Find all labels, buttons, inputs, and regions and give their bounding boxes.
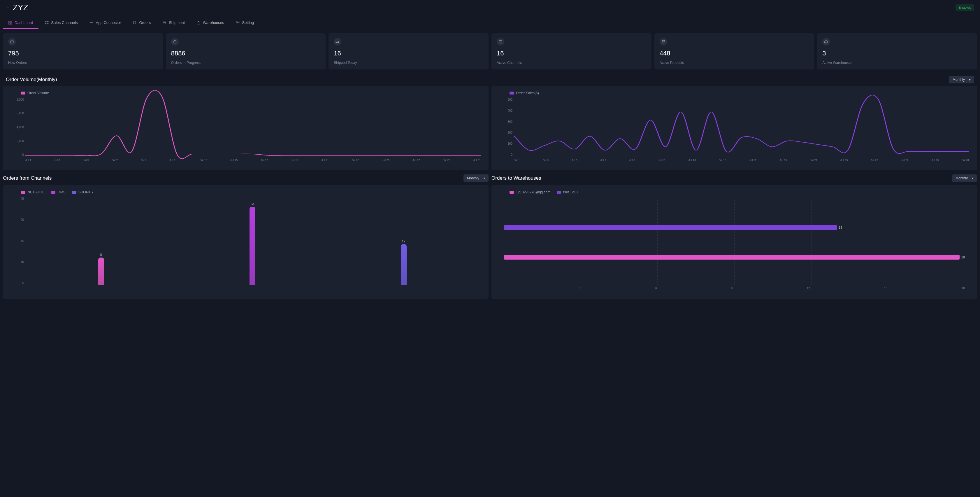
legend-order-sales: Order Sales($): [509, 91, 539, 95]
legend-item: SHOPIFY: [72, 190, 94, 194]
metric-label: Active Warehouses: [822, 61, 972, 65]
metric-label: Orders In Progress: [171, 61, 321, 65]
metric-label: Active Channels: [497, 61, 646, 65]
svg-point-9: [91, 22, 92, 23]
y-axis: 252015105: [10, 197, 24, 285]
channels-dropdown[interactable]: Monthly ▾: [463, 174, 488, 182]
legend-swatch: [557, 191, 561, 194]
svg-rect-2: [9, 23, 10, 24]
metric-orders-in-progress: 8886 Orders In Progress: [166, 33, 326, 69]
metric-active-products: 448 Active Products: [654, 33, 815, 69]
chevron-down-icon: ▾: [483, 176, 485, 180]
tab-setting[interactable]: Setting: [231, 17, 259, 29]
legend-item: NETSUITE: [21, 190, 45, 194]
warehouses-dropdown[interactable]: Monthly ▾: [952, 174, 977, 182]
enabled-badge: Enabled: [956, 4, 974, 11]
metric-new-orders: 795 New Orders: [3, 33, 163, 69]
svg-rect-15: [174, 41, 176, 43]
metric-label: Shipped Today: [334, 61, 483, 65]
legend-swatch: [51, 191, 56, 194]
tab-dashboard[interactable]: Dashboard: [3, 17, 38, 29]
warehouses-chart: 1213295770@qq.comtset 1213 1318 03691215…: [492, 185, 977, 299]
metric-value: 16: [334, 49, 483, 57]
tab-app-connector[interactable]: App Connector: [84, 17, 127, 29]
house-icon: [822, 38, 830, 46]
legend-label: Order Sales($): [516, 91, 539, 95]
svg-point-10: [92, 22, 93, 23]
legend-item: OMS: [51, 190, 65, 194]
order-volume-dropdown[interactable]: Monthly ▾: [949, 76, 974, 83]
hbar-plot: 1318: [504, 200, 965, 285]
x-axis: Jul 1Jul 3Jul 5Jul 7Jul 9Jul 11Jul 13Jul…: [25, 158, 480, 162]
legend-label: Order Volume: [27, 91, 49, 95]
hbar: [504, 255, 959, 260]
bar-value-label: 8: [100, 253, 102, 256]
metric-value: 795: [8, 49, 158, 57]
metrics-row: 795 New Orders 8886 Orders In Progress 1…: [0, 29, 980, 73]
legend-item: tset 1213: [557, 190, 578, 194]
bar-value-label: 23: [250, 202, 254, 205]
legend-label: 1213295770@qq.com: [516, 190, 550, 194]
dropdown-label: Monthly: [467, 176, 479, 180]
svg-rect-3: [11, 23, 12, 24]
order-sales-chart: Order Sales($) 5004003002001000 Jul 1Jul…: [492, 86, 977, 170]
legend-label: NETSUITE: [27, 190, 45, 194]
metric-value: 448: [660, 49, 809, 57]
back-arrow-icon[interactable]: ←: [6, 5, 10, 10]
tab-sales-channels[interactable]: Sales Channels: [40, 17, 83, 29]
shipment-icon: [162, 21, 167, 25]
svg-rect-19: [499, 40, 502, 43]
svg-point-4: [46, 21, 46, 22]
tab-warehouses[interactable]: Warehouses: [191, 17, 229, 29]
hbar-value-label: 13: [838, 226, 842, 229]
metric-active-warehouses: 3 Active Warehouses: [817, 33, 977, 69]
legend-swatch: [72, 191, 76, 194]
channels-icon: [45, 21, 49, 25]
warehouse-icon: [196, 21, 200, 25]
connector-icon: [89, 21, 94, 25]
svg-rect-16: [336, 41, 338, 43]
chevron-down-icon: ▾: [972, 176, 974, 180]
bar: 8: [98, 258, 104, 285]
progress-icon: [171, 38, 179, 46]
channels-legend: NETSUITEOMSSHOPIFY: [10, 190, 482, 194]
hbar: [504, 225, 837, 230]
legend-label: OMS: [57, 190, 65, 194]
bar-plot: 82312: [25, 200, 479, 285]
line-plot: [514, 98, 969, 156]
legend-swatch: [509, 191, 514, 194]
svg-rect-12: [198, 23, 199, 24]
channels-title: Orders from Channels: [3, 175, 52, 181]
metric-shipped-today: 16 Shipped Today: [329, 33, 488, 69]
truck-icon: [334, 38, 341, 46]
tab-label: Dashboard: [14, 21, 33, 25]
bar-value-label: 12: [402, 239, 405, 243]
tabs: Dashboard Sales Channels App Connector O…: [0, 17, 980, 29]
new-orders-icon: [8, 38, 16, 46]
svg-point-17: [337, 43, 337, 43]
legend-swatch: [21, 191, 25, 194]
warehouses-title: Orders to Warehouses: [492, 175, 541, 181]
order-volume-chart: Order Volume 8,0006,0004,0002,0000 Jul 1…: [3, 86, 488, 170]
metric-label: New Orders: [8, 61, 158, 65]
legend-label: SHOPIFY: [78, 190, 94, 194]
svg-point-5: [48, 21, 48, 22]
svg-rect-11: [163, 22, 165, 24]
metric-value: 16: [497, 49, 646, 57]
x-axis: 0369121518: [504, 287, 965, 290]
chevron-down-icon: ▾: [969, 78, 970, 82]
order-volume-title: Order Volume(Monthly): [6, 77, 57, 83]
legend-swatch: [509, 92, 514, 94]
metric-label: Active Products: [660, 61, 809, 65]
svg-rect-0: [9, 21, 10, 22]
page-title: ZYZ: [13, 3, 28, 12]
bar: 12: [401, 244, 407, 285]
svg-point-18: [338, 43, 339, 43]
svg-point-8: [90, 22, 91, 23]
tab-shipment[interactable]: Shipment: [157, 17, 190, 29]
y-axis: 5004003002001000: [498, 98, 512, 156]
tab-orders[interactable]: Orders: [127, 17, 156, 29]
dropdown-label: Monthly: [953, 78, 965, 82]
warehouses-legend: 1213295770@qq.comtset 1213: [498, 190, 970, 194]
bar: 23: [250, 207, 255, 285]
